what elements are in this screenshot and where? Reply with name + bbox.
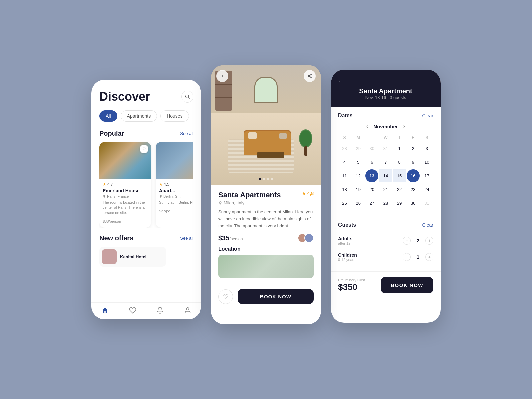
nav-notifications[interactable] bbox=[156, 307, 164, 314]
children-label: Children bbox=[338, 252, 357, 258]
cal-day[interactable]: 22 bbox=[393, 183, 406, 196]
card-name: Emerland House bbox=[103, 188, 148, 193]
cal-prev-btn[interactable]: ‹ bbox=[366, 123, 368, 129]
dates-section: Dates Clear ‹ November › S M bbox=[331, 107, 441, 216]
detail-title: Santa Apartments bbox=[218, 191, 281, 199]
cal-day[interactable]: 18 bbox=[338, 183, 351, 196]
popular-see-all[interactable]: See all bbox=[180, 131, 193, 136]
adults-counter: − 2 + bbox=[403, 237, 433, 245]
cal-day[interactable]: 10 bbox=[420, 156, 433, 169]
location-icon bbox=[103, 195, 106, 198]
cal-day[interactable]: 21 bbox=[379, 183, 392, 196]
popular-cards: ♡ ★ 4,7 Emerland House Paris, France The… bbox=[99, 142, 193, 228]
new-offers-see-all[interactable]: See all bbox=[180, 236, 193, 241]
svg-line-1 bbox=[188, 98, 190, 99]
cal-day[interactable]: 15 bbox=[393, 169, 406, 182]
guest-avatars bbox=[298, 233, 314, 243]
cal-day[interactable]: 31 bbox=[420, 197, 433, 210]
detail-location: Milan, Italy bbox=[218, 200, 314, 205]
cal-day[interactable]: 29 bbox=[393, 197, 406, 210]
cal-day[interactable]: 26 bbox=[352, 197, 365, 210]
detail-back-btn[interactable] bbox=[216, 70, 228, 82]
card-price: $38/person bbox=[103, 218, 148, 224]
children-increment-btn[interactable]: + bbox=[425, 253, 433, 261]
cal-day[interactable]: 17 bbox=[420, 169, 433, 182]
children-subtext: 0-12 years bbox=[338, 258, 357, 262]
cal-header-fr: F bbox=[407, 134, 420, 141]
nav-home[interactable] bbox=[101, 307, 109, 314]
location-icon-2 bbox=[159, 195, 162, 198]
card-desc: The room is located in the center of Par… bbox=[103, 200, 148, 215]
cal-day[interactable]: 28 bbox=[379, 197, 392, 210]
children-decrement-btn[interactable]: − bbox=[403, 253, 411, 261]
new-offer-img bbox=[102, 249, 117, 264]
nav-favorites[interactable] bbox=[129, 307, 136, 314]
cal-day[interactable]: 30 bbox=[407, 197, 420, 210]
guests-clear-button[interactable]: Clear bbox=[422, 222, 433, 228]
dot-4 bbox=[271, 178, 273, 180]
cal-next-btn[interactable]: › bbox=[403, 123, 405, 129]
cal-day[interactable]: 28 bbox=[338, 142, 351, 155]
discover-title: Discover bbox=[99, 90, 150, 104]
map-preview bbox=[218, 255, 314, 278]
cal-day[interactable]: 30 bbox=[365, 142, 378, 155]
cal-day[interactable]: 3 bbox=[420, 142, 433, 155]
card-price-unit: /person bbox=[109, 219, 121, 223]
cal-day[interactable]: 25 bbox=[338, 197, 351, 210]
detail-heart-button[interactable]: ♡ bbox=[218, 289, 233, 304]
cal-day[interactable]: 7 bbox=[379, 156, 392, 169]
cal-day-13-selected[interactable]: 13 bbox=[365, 169, 378, 182]
cal-day[interactable]: 1 bbox=[393, 142, 406, 155]
cal-day[interactable]: 9 bbox=[407, 156, 420, 169]
detail-image bbox=[211, 65, 321, 185]
cal-day[interactable]: 6 bbox=[365, 156, 378, 169]
cal-day-16-selected[interactable]: 16 bbox=[407, 169, 420, 182]
nav-profile[interactable] bbox=[184, 307, 191, 314]
cal-day[interactable]: 20 bbox=[365, 183, 378, 196]
cal-header-we: W bbox=[379, 134, 392, 141]
adults-label: Adults bbox=[338, 236, 353, 241]
detail-footer: ♡ BOOK NOW bbox=[211, 284, 321, 309]
search-button[interactable] bbox=[181, 91, 193, 103]
screen-booking: ← Santa Apartment Nov, 13-16 · 3 guests … bbox=[331, 70, 441, 323]
new-offer-item[interactable]: Kenital Hotel bbox=[99, 247, 166, 267]
cal-day[interactable]: 2 bbox=[407, 142, 420, 155]
card-heart-icon[interactable]: ♡ bbox=[140, 145, 148, 153]
cal-day[interactable]: 19 bbox=[352, 183, 365, 196]
cal-day[interactable]: 27 bbox=[365, 197, 378, 210]
cal-day[interactable]: 5 bbox=[352, 156, 365, 169]
calendar: ‹ November › S M T W T F S bbox=[338, 123, 433, 210]
bell-icon bbox=[156, 307, 164, 314]
cal-day[interactable]: 8 bbox=[393, 156, 406, 169]
cal-day[interactable]: 4 bbox=[338, 156, 351, 169]
cost-value: $350 bbox=[338, 282, 365, 292]
adults-decrement-btn[interactable]: − bbox=[403, 237, 411, 245]
cal-day[interactable]: 23 bbox=[407, 183, 420, 196]
booking-footer: Preliminary Cost $350 BOOK NOW bbox=[331, 271, 441, 299]
cal-day[interactable]: 14 bbox=[379, 169, 392, 182]
cal-day[interactable]: 11 bbox=[338, 169, 351, 182]
detail-description: Sunny apartment in the center of Milan. … bbox=[218, 209, 314, 229]
cal-header-su: S bbox=[338, 134, 351, 141]
booking-book-button[interactable]: BOOK NOW bbox=[381, 277, 433, 293]
guests-section-title: Guests bbox=[338, 222, 356, 228]
detail-share-btn[interactable] bbox=[304, 70, 316, 82]
adults-increment-btn[interactable]: + bbox=[425, 237, 433, 245]
dot-1 bbox=[259, 178, 261, 180]
popular-section-title: Popular bbox=[99, 130, 124, 137]
cal-day[interactable]: 12 bbox=[352, 169, 365, 182]
tab-houses[interactable]: Houses bbox=[160, 110, 189, 122]
cal-header-mo: M bbox=[352, 134, 365, 141]
image-dots bbox=[259, 178, 273, 180]
detail-book-button[interactable]: BOOK NOW bbox=[238, 289, 314, 304]
cal-day[interactable]: 31 bbox=[379, 142, 392, 155]
tab-all[interactable]: All bbox=[99, 110, 117, 122]
card-apart[interactable]: ★ 4,5 Apart... Berlin, G... Sunny ap... … bbox=[156, 142, 193, 228]
tab-apartments[interactable]: Apartments bbox=[121, 110, 157, 122]
cal-day[interactable]: 24 bbox=[420, 183, 433, 196]
dates-clear-button[interactable]: Clear bbox=[422, 113, 433, 118]
card-emerland[interactable]: ♡ ★ 4,7 Emerland House Paris, France The… bbox=[99, 142, 151, 228]
cal-header-tu: T bbox=[365, 134, 378, 141]
cal-day[interactable]: 29 bbox=[352, 142, 365, 155]
booking-back-btn[interactable]: ← bbox=[338, 78, 344, 85]
